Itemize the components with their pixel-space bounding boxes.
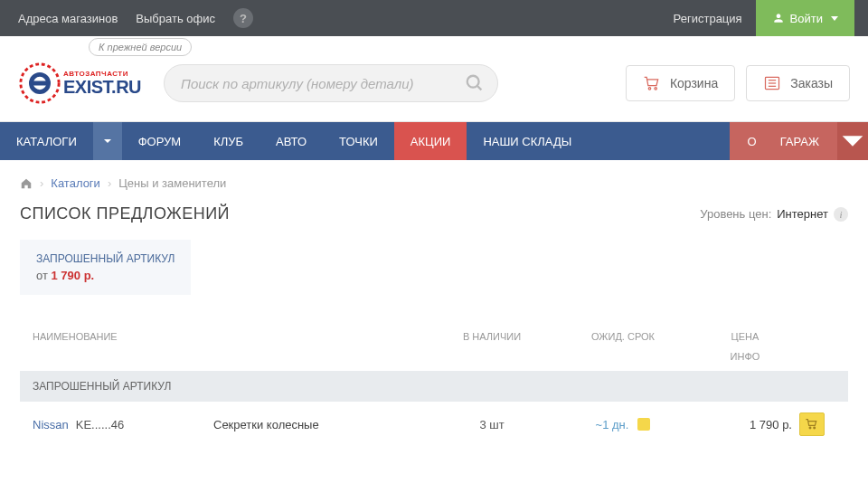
nav-catalogs-chevron[interactable] xyxy=(93,122,122,160)
svg-point-4 xyxy=(655,88,657,90)
header-buttons: Корзина Заказы xyxy=(626,65,850,101)
logo[interactable]: АВТОЗАПЧАСТИ EXIST.RU xyxy=(18,62,141,105)
chevron-down-icon xyxy=(837,126,868,156)
nav-garage-wrap: О ГАРАЖ xyxy=(730,122,868,160)
price-level: Уровень цен: Интернет i xyxy=(700,207,848,222)
svg-point-1 xyxy=(467,76,479,88)
list-icon xyxy=(763,75,781,91)
nav-garage[interactable]: ГАРАЖ xyxy=(762,122,837,160)
nav-club[interactable]: КЛУБ xyxy=(197,122,259,160)
nav-about-partial[interactable]: О xyxy=(730,122,762,160)
svg-point-3 xyxy=(648,88,651,90)
logo-title: EXIST.RU xyxy=(63,78,141,96)
cell-name: Nissan KE......46 xyxy=(33,418,213,431)
register-link[interactable]: Регистрация xyxy=(674,12,742,25)
brand-link[interactable]: Nissan xyxy=(33,418,69,431)
requested-price: от 1 790 р. xyxy=(36,269,175,282)
price-level-value: Интернет xyxy=(777,207,828,221)
login-button[interactable]: Войти xyxy=(756,0,854,36)
article-code: KE......46 xyxy=(76,418,124,431)
nav-auto[interactable]: АВТО xyxy=(259,122,323,160)
info-icon[interactable]: i xyxy=(834,207,848,222)
nav-warehouses[interactable]: НАШИ СКЛАДЫ xyxy=(467,122,588,160)
add-to-cart-button[interactable] xyxy=(799,412,825,436)
th-name: НАИМЕНОВАНИЕ xyxy=(33,331,213,362)
nav-garage-chevron[interactable] xyxy=(837,122,868,160)
topbar-left: Адреса магазинов Выбрать офис ? xyxy=(18,8,253,28)
breadcrumb-catalogs[interactable]: Каталоги xyxy=(51,176,100,190)
table-header: НАИМЕНОВАНИЕ В НАЛИЧИИ ОЖИД. СРОК ЦЕНА И… xyxy=(20,322,848,371)
table-row: Nissan KE......46 Секретки колесные 3 шт… xyxy=(20,402,848,447)
th-stock: В НАЛИЧИИ xyxy=(429,331,555,362)
orders-label: Заказы xyxy=(790,76,833,90)
table-section: ЗАПРОШЕННЫЙ АРТИКУЛ xyxy=(20,371,848,402)
th-spacer xyxy=(213,331,429,362)
requested-label: ЗАПРОШЕННЫЙ АРТИКУЛ xyxy=(36,252,175,265)
topbar-right: Регистрация Войти xyxy=(674,0,854,36)
office-link[interactable]: Выбрать офис xyxy=(136,12,215,25)
old-version-link[interactable]: К прежней версии xyxy=(89,38,192,56)
cart-button[interactable]: Корзина xyxy=(626,65,735,101)
status-badge xyxy=(637,418,650,431)
cart-icon xyxy=(643,75,661,91)
offers-table: НАИМЕНОВАНИЕ В НАЛИЧИИ ОЖИД. СРОК ЦЕНА И… xyxy=(20,322,848,447)
cell-wait: ~1 дн. xyxy=(555,418,691,431)
svg-point-9 xyxy=(809,427,811,429)
svg-line-2 xyxy=(477,86,482,90)
breadcrumb-separator: › xyxy=(40,176,43,190)
breadcrumb-separator: › xyxy=(108,176,111,190)
nav-promo[interactable]: АКЦИИ xyxy=(394,122,467,160)
gear-icon xyxy=(18,62,61,105)
search-box[interactable] xyxy=(164,64,498,102)
page-title: СПИСОК ПРЕДЛОЖЕНИЙ xyxy=(20,204,230,223)
help-icon[interactable]: ? xyxy=(233,8,253,28)
th-wait: ОЖИД. СРОК xyxy=(555,331,691,362)
main-nav: КАТАЛОГИ ФОРУМ КЛУБ АВТО ТОЧКИ АКЦИИ НАШ… xyxy=(0,122,868,160)
cell-cart xyxy=(799,412,835,436)
cell-price: 1 790 р. xyxy=(691,418,799,431)
search-wrap xyxy=(164,64,498,102)
breadcrumb-current: Цены и заменители xyxy=(118,176,226,190)
caret-down-icon xyxy=(831,16,838,21)
page-head: СПИСОК ПРЕДЛОЖЕНИЙ Уровень цен: Интернет… xyxy=(20,204,848,223)
cell-description: Секретки колесные xyxy=(213,418,429,431)
search-icon[interactable] xyxy=(465,73,485,93)
th-action xyxy=(799,331,835,362)
header: К прежней версии АВТОЗАПЧАСТИ EXIST.RU К… xyxy=(0,36,868,122)
orders-button[interactable]: Заказы xyxy=(746,65,850,101)
wait-text: ~1 дн. xyxy=(596,418,629,431)
nav-catalogs[interactable]: КАТАЛОГИ xyxy=(0,122,93,160)
cell-stock: 3 шт xyxy=(429,418,555,431)
svg-point-10 xyxy=(814,427,816,429)
cart-label: Корзина xyxy=(670,76,718,90)
content: › Каталоги › Цены и заменители СПИСОК ПР… xyxy=(0,160,868,463)
breadcrumb: › Каталоги › Цены и заменители xyxy=(20,176,848,190)
home-icon[interactable] xyxy=(20,177,33,190)
cart-icon xyxy=(805,418,819,431)
logo-text: АВТОЗАПЧАСТИ EXIST.RU xyxy=(63,71,141,96)
requested-article-box: ЗАПРОШЕННЫЙ АРТИКУЛ от 1 790 р. xyxy=(20,240,191,295)
stores-link[interactable]: Адреса магазинов xyxy=(18,12,118,25)
logo-area: К прежней версии АВТОЗАПЧАСТИ EXIST.RU xyxy=(18,45,141,105)
nav-forum[interactable]: ФОРУМ xyxy=(122,122,197,160)
th-price: ЦЕНА ИНФО xyxy=(691,331,799,362)
user-icon xyxy=(772,12,785,24)
price-level-label: Уровень цен: xyxy=(700,207,771,221)
nav-points[interactable]: ТОЧКИ xyxy=(323,122,394,160)
login-label: Войти xyxy=(790,12,823,25)
search-input[interactable] xyxy=(181,76,465,91)
chevron-down-icon xyxy=(102,136,113,147)
topbar: Адреса магазинов Выбрать офис ? Регистра… xyxy=(0,0,868,36)
